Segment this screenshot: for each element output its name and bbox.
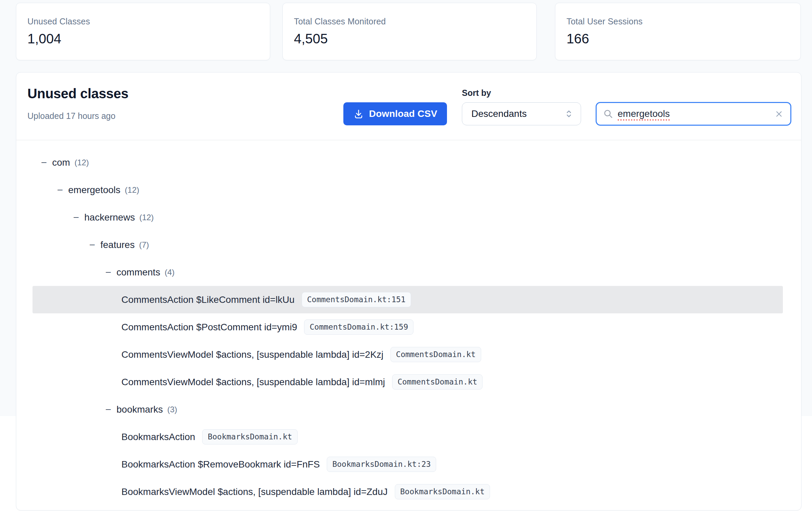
tree-leaf-label: BookmarksAction	[122, 432, 195, 442]
sort-by-select[interactable]: Descendants	[462, 102, 581, 125]
tree-node-count: (12)	[125, 185, 140, 195]
tree-leaf-label: CommentsAction $PostComment id=ymi9	[122, 322, 297, 333]
stat-label: Unused Classes	[27, 17, 259, 26]
stat-card-unused-classes: Unused Classes 1,004	[16, 3, 270, 60]
stat-card-total-user-sessions: Total User Sessions 166	[555, 3, 801, 60]
stat-label: Total User Sessions	[567, 17, 789, 26]
search-input-value: emergetools	[618, 108, 774, 119]
stat-value: 166	[567, 31, 789, 46]
file-location-badge: CommentsDomain.kt:159	[304, 319, 413, 335]
tree-node-count: (4)	[165, 268, 174, 277]
stat-card-total-classes-monitored: Total Classes Monitored 4,505	[282, 3, 537, 60]
tree-node-label: features	[101, 240, 135, 250]
file-location-badge: CommentsDomain.kt:151	[302, 292, 411, 307]
download-csv-label: Download CSV	[369, 108, 437, 119]
unused-classes-tree: −com(12)−emergetools(12)−hackernews(12)−…	[16, 149, 801, 505]
file-location-badge: CommentsDomain.kt	[390, 347, 481, 362]
tree-leaf-row[interactable]: BookmarksViewModel $actions, [suspendabl…	[33, 478, 783, 505]
collapse-minus-icon[interactable]: −	[89, 240, 97, 250]
collapse-minus-icon[interactable]: −	[105, 267, 113, 277]
tree-leaf-row[interactable]: BookmarksActionBookmarksDomain.kt	[33, 423, 783, 451]
panel-header: Unused classes Uploaded 17 hours ago Dow…	[16, 72, 801, 140]
tree-leaf-row[interactable]: BookmarksAction $RemoveBookmark id=FnFSB…	[33, 451, 783, 478]
tree-leaf-label: BookmarksViewModel $actions, [suspendabl…	[122, 486, 388, 497]
file-location-badge: BookmarksDomain.kt	[202, 429, 297, 444]
tree-node-row[interactable]: −comments(4)	[33, 258, 783, 286]
collapse-minus-icon[interactable]: −	[105, 404, 113, 415]
tree-leaf-label: BookmarksAction $RemoveBookmark id=FnFS	[122, 459, 320, 470]
tree-node-label: bookmarks	[116, 404, 163, 415]
tree-node-label: emergetools	[68, 185, 121, 195]
collapse-minus-icon[interactable]: −	[57, 185, 65, 195]
tree-leaf-label: CommentsAction $LikeComment id=lkUu	[122, 294, 295, 305]
uploaded-timestamp: Uploaded 17 hours ago	[27, 111, 115, 121]
tree-node-count: (12)	[74, 158, 89, 167]
file-location-badge: BookmarksDomain.kt	[395, 484, 490, 499]
tree-leaf-label: CommentsViewModel $actions, [suspendable…	[122, 377, 385, 388]
tree-node-count: (7)	[139, 240, 149, 250]
tree-node-row[interactable]: −emergetools(12)	[33, 176, 783, 204]
clear-search-icon[interactable]	[774, 109, 784, 119]
tree-node-count: (12)	[139, 213, 154, 222]
tree-leaf-row[interactable]: CommentsViewModel $actions, [suspendable…	[33, 368, 783, 396]
download-csv-button[interactable]: Download CSV	[343, 102, 447, 125]
tree-leaf-row[interactable]: CommentsAction $LikeComment id=lkUuComme…	[33, 286, 783, 313]
tree-node-label: hackernews	[84, 212, 135, 223]
stat-value: 4,505	[294, 31, 525, 46]
sort-by-label: Sort by	[462, 88, 491, 98]
tree-node-row[interactable]: −features(7)	[33, 231, 783, 258]
tree-leaf-row[interactable]: CommentsViewModel $actions, [suspendable…	[33, 341, 783, 368]
file-location-badge: BookmarksDomain.kt:23	[327, 457, 436, 472]
stat-value: 1,004	[27, 31, 259, 46]
tree-leaf-label: CommentsViewModel $actions, [suspendable…	[122, 349, 384, 360]
tree-node-row[interactable]: −hackernews(12)	[33, 204, 783, 231]
page-title: Unused classes	[27, 86, 128, 101]
sort-by-selected-value: Descendants	[471, 108, 564, 119]
tree-node-count: (3)	[167, 405, 177, 414]
chevron-up-down-icon	[564, 109, 574, 119]
tree-node-row[interactable]: −bookmarks(3)	[33, 396, 783, 423]
download-icon	[353, 108, 364, 119]
unused-classes-panel: Unused classes Uploaded 17 hours ago Dow…	[16, 72, 802, 511]
tree-node-label: comments	[116, 267, 160, 278]
search-input[interactable]: emergetools	[596, 102, 791, 126]
tree-node-row[interactable]: −com(12)	[33, 149, 783, 176]
file-location-badge: CommentsDomain.kt	[392, 374, 483, 390]
search-icon	[603, 109, 614, 119]
tree-leaf-row[interactable]: CommentsAction $PostComment id=ymi9Comme…	[33, 313, 783, 341]
collapse-minus-icon[interactable]: −	[41, 158, 48, 168]
collapse-minus-icon[interactable]: −	[73, 212, 81, 223]
stat-label: Total Classes Monitored	[294, 17, 525, 26]
tree-node-label: com	[52, 157, 70, 168]
